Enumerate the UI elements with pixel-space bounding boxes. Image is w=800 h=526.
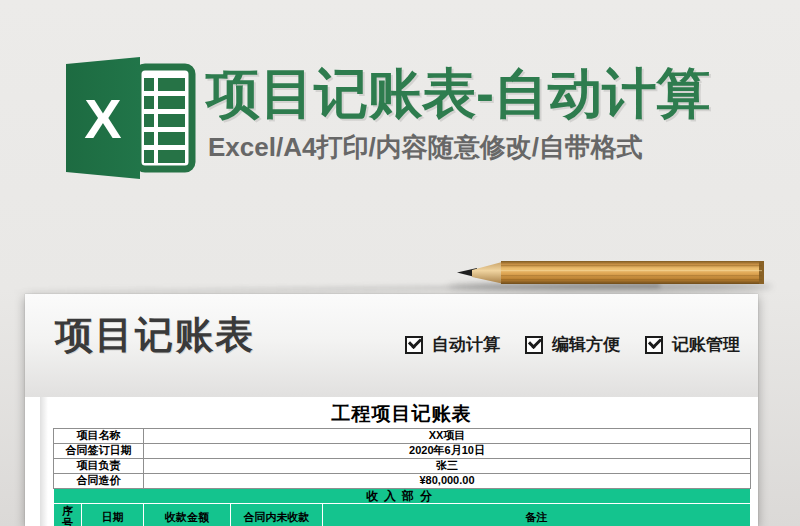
page-title: 项目记账表-自动计算 — [206, 62, 766, 124]
feature-item-bookkeeping: 记账管理 — [645, 333, 740, 356]
checked-checkbox-icon[interactable] — [525, 336, 543, 354]
logo-spreadsheet-grid — [138, 67, 192, 169]
checked-checkbox-icon[interactable] — [645, 336, 663, 354]
paper-fold-shadow — [40, 397, 48, 526]
paper-header-band: 项目记账表 自动计算 编辑方便 记账管理 — [25, 294, 758, 397]
info-label-cell: 合同签订日期 — [54, 444, 144, 459]
table-row: 合同造价 ¥80,000.00 — [54, 474, 751, 489]
info-label-cell: 项目负责 — [54, 459, 144, 474]
page-subtitle: Excel/A4打印/内容随意修改/自带格式 — [208, 130, 643, 165]
info-value-cell: XX项目 — [144, 429, 751, 444]
page-background: X 项目记账表-自动计算 Excel/A4打印/内容随意修改/自带格式 — [0, 0, 800, 526]
document-title: 工程项目记账表 — [53, 401, 750, 427]
table-row: 序号 日期 收款金额 合同内未收款 备注 — [54, 504, 751, 526]
table-row: 合同签订日期 2020年6月10日 — [54, 444, 751, 459]
info-value-cell: 张三 — [144, 459, 751, 474]
table-row: 项目名称 XX项目 — [54, 429, 751, 444]
checked-checkbox-icon[interactable] — [405, 336, 423, 354]
column-header-cell: 日期 — [82, 504, 144, 526]
project-info-table: 项目名称 XX项目 合同签订日期 2020年6月10日 项目负责 张三 合同造价… — [53, 428, 751, 526]
pencil-icon — [456, 259, 768, 290]
column-header-cell: 备注 — [323, 504, 751, 526]
info-value-cell: 2020年6月10日 — [144, 444, 751, 459]
info-label-cell: 合同造价 — [54, 474, 144, 489]
excel-logo-icon: X — [64, 56, 196, 184]
table-row: 项目负责 张三 — [54, 459, 751, 474]
table-row: 收入部分 — [54, 489, 751, 504]
feature-item-auto-calc: 自动计算 — [405, 333, 500, 356]
feature-list: 自动计算 编辑方便 记账管理 — [405, 333, 740, 356]
column-header-cell: 合同内未收款 — [231, 504, 323, 526]
paper-sheet: 项目记账表 自动计算 编辑方便 记账管理 工程项目记账表 — [25, 294, 758, 526]
document-area: 工程项目记账表 项目名称 XX项目 合同签订日期 2020年6月10日 项目负责… — [25, 397, 758, 526]
feature-item-easy-edit: 编辑方便 — [525, 333, 620, 356]
column-header-cell: 收款金额 — [144, 504, 231, 526]
feature-label: 编辑方便 — [552, 333, 620, 356]
section-header-cell: 收入部分 — [54, 489, 751, 504]
feature-label: 自动计算 — [432, 333, 500, 356]
info-value-cell: ¥80,000.00 — [144, 474, 751, 489]
sheet-title: 项目记账表 — [55, 310, 255, 361]
feature-label: 记账管理 — [672, 333, 740, 356]
logo-x-letter: X — [84, 87, 121, 150]
column-header-cell: 序号 — [54, 504, 82, 526]
info-label-cell: 项目名称 — [54, 429, 144, 444]
